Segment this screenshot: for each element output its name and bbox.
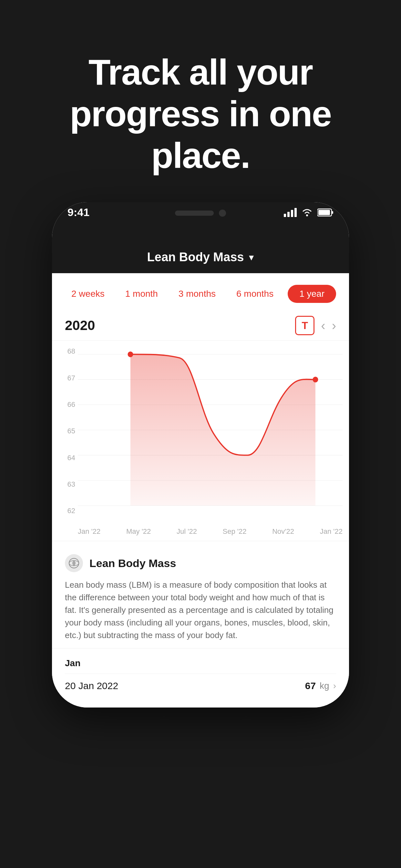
next-arrow[interactable]: › <box>332 318 336 333</box>
svg-point-4 <box>306 214 308 216</box>
data-unit: kg <box>320 681 329 691</box>
x-axis: Jan '22 May '22 Jul '22 Sep '22 Nov'22 J… <box>78 527 343 536</box>
y-label-63: 63 <box>57 480 75 489</box>
wifi-icon <box>301 208 313 217</box>
y-label-66: 66 <box>57 400 75 409</box>
info-title: Lean Body Mass <box>89 557 176 569</box>
phone-top-bar: 9:41 <box>52 202 349 241</box>
status-time: 9:41 <box>67 206 89 219</box>
y-axis: 68 67 66 65 64 63 62 <box>57 347 75 515</box>
tab-3months[interactable]: 3 months <box>172 286 222 302</box>
battery-icon <box>317 208 334 217</box>
x-label-sep22: Sep '22 <box>223 527 247 536</box>
info-section: Lean Body Mass Lean body mass (LBM) is a… <box>52 541 349 648</box>
x-label-may22: May '22 <box>126 527 151 536</box>
data-date: 20 Jan 2022 <box>65 680 118 691</box>
y-label-64: 64 <box>57 454 75 462</box>
data-value-row: 67 kg › <box>305 680 336 691</box>
tab-2weeks[interactable]: 2 weeks <box>65 286 111 302</box>
info-header: Lean Body Mass <box>65 554 336 572</box>
info-icon <box>65 554 83 572</box>
chart-container: 68 67 66 65 64 63 62 <box>52 341 349 541</box>
svg-rect-7 <box>318 210 330 215</box>
data-row-arrow: › <box>333 681 336 691</box>
x-label-jul22: Jul '22 <box>177 527 197 536</box>
svg-rect-0 <box>284 214 286 217</box>
x-label-jan22-end: Jan '22 <box>320 527 343 536</box>
hero-title: Track all your progress in one place. <box>26 52 375 176</box>
chart-svg <box>78 347 343 534</box>
info-description: Lean body mass (LBM) is a measure of bod… <box>65 579 336 642</box>
x-label-nov22: Nov'22 <box>272 527 294 536</box>
year-row: 2020 T ‹ › <box>52 311 349 341</box>
tab-1year[interactable]: 1 year <box>288 285 336 303</box>
year-controls: T ‹ › <box>295 316 336 335</box>
y-label-67: 67 <box>57 374 75 382</box>
svg-rect-3 <box>295 208 297 217</box>
status-bar: 9:41 <box>52 202 349 219</box>
data-month-label: Jan <box>65 658 336 669</box>
data-value: 67 <box>305 680 316 691</box>
phone-mockup: 9:41 <box>52 202 349 708</box>
svg-rect-2 <box>291 210 293 217</box>
y-label-68: 68 <box>57 347 75 355</box>
svg-rect-1 <box>287 212 289 217</box>
y-label-65: 65 <box>57 427 75 435</box>
time-tabs-container: 2 weeks 1 month 3 months 6 months 1 year <box>52 273 349 311</box>
svg-point-16 <box>312 377 318 383</box>
svg-point-15 <box>128 352 133 358</box>
year-label: 2020 <box>65 318 95 333</box>
hero-section: Track all your progress in one place. <box>0 52 401 176</box>
svg-rect-6 <box>332 211 333 214</box>
app-content: 2 weeks 1 month 3 months 6 months 1 year… <box>52 273 349 708</box>
status-icons <box>284 208 334 217</box>
y-label-62: 62 <box>57 507 75 515</box>
app-title: Lean Body Mass <box>147 250 244 264</box>
app-header: Lean Body Mass ▾ <box>52 241 349 273</box>
x-label-jan22: Jan '22 <box>78 527 100 536</box>
prev-arrow[interactable]: ‹ <box>321 318 325 333</box>
table-icon-button[interactable]: T <box>295 316 314 335</box>
tab-1month[interactable]: 1 month <box>119 286 164 302</box>
signal-icon <box>284 208 297 217</box>
header-chevron[interactable]: ▾ <box>249 252 254 263</box>
data-section: Jan 20 Jan 2022 67 kg › <box>52 648 349 708</box>
data-row[interactable]: 20 Jan 2022 67 kg › <box>65 674 336 698</box>
tab-6months[interactable]: 6 months <box>230 286 280 302</box>
